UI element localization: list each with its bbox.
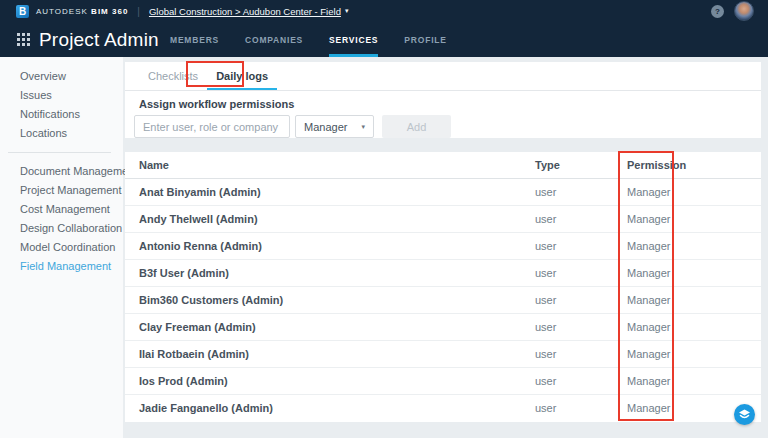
assign-permissions-label: Assign workflow permissions [139,98,761,110]
assign-permissions-row: Manager ▾ Add [134,115,761,138]
member-type: user [535,260,556,287]
member-permission[interactable]: Manager [627,341,670,368]
tab-checklists[interactable]: Checklists [139,62,207,90]
brand-divider: | [137,6,140,17]
table-header-row: Name Type Permission [125,152,761,179]
member-permission[interactable]: Manager [627,233,670,260]
column-header-permission: Permission [627,152,686,179]
table-row[interactable]: Bim360 Customers (Admin) user Manager [125,287,761,314]
table-row[interactable]: Ilai Rotbaein (Admin) user Manager [125,341,761,368]
member-type: user [535,179,556,206]
table-row[interactable]: Andy Thelwell (Admin) user Manager [125,206,761,233]
sidebar-group-services: Document Management Project Management C… [0,162,123,276]
sidebar-item-project-management[interactable]: Project Management [0,181,123,200]
top-bar-right: ? [711,0,754,22]
chevron-down-icon: ▾ [361,123,365,131]
tab-companies[interactable]: COMPANIES [245,22,303,57]
member-name: Jadie Fanganello (Admin) [139,395,273,422]
member-permission[interactable]: Manager [627,287,670,314]
title-wrap: Project Admin [17,22,159,57]
header-bar: Project Admin MEMBERS COMPANIES SERVICES… [0,22,768,57]
permissions-table: Name Type Permission Anat Binyamin (Admi… [125,152,761,422]
sidebar-item-notifications[interactable]: Notifications [0,105,123,124]
member-permission[interactable]: Manager [627,314,670,341]
member-type: user [535,233,556,260]
sidebar-item-issues[interactable]: Issues [0,86,123,105]
content-tabs: Checklists Daily logs [125,62,761,91]
table-row[interactable]: Ios Prod (Admin) user Manager [125,368,761,395]
user-search-input[interactable] [134,115,290,138]
tab-profile[interactable]: PROFILE [404,22,446,57]
table-row[interactable]: Clay Freeman (Admin) user Manager [125,314,761,341]
member-type: user [535,206,556,233]
brand-label: AUTODESK BIM 360 [36,7,128,16]
layers-icon [738,408,751,421]
column-header-name: Name [139,152,169,179]
member-permission[interactable]: Manager [627,368,670,395]
member-name: Ilai Rotbaein (Admin) [139,341,249,368]
top-bar: B AUTODESK BIM 360 | Global Construction… [0,0,768,22]
autodesk-bim360-logo-icon: B [16,5,29,18]
autodesk-label: AUTODESK [36,7,88,16]
member-type: user [535,368,556,395]
project-breadcrumb[interactable]: Global Construction > Audubon Center - F… [149,6,341,17]
role-select-value: Manager [304,121,347,133]
member-name: Anat Binyamin (Admin) [139,179,261,206]
table-row[interactable]: Anat Binyamin (Admin) user Manager [125,179,761,206]
member-type: user [535,341,556,368]
member-name: Ios Prod (Admin) [139,368,228,395]
sidebar-group-project: Overview Issues Notifications Locations [0,57,123,143]
sidebar-divider [8,152,111,153]
member-permission[interactable]: Manager [627,395,670,422]
help-icon[interactable]: ? [711,5,724,18]
header-tabs: MEMBERS COMPANIES SERVICES PROFILE [170,22,447,57]
role-select[interactable]: Manager ▾ [295,115,374,138]
member-name: Bim360 Customers (Admin) [139,287,283,314]
sidebar-item-cost-management[interactable]: Cost Management [0,200,123,219]
sidebar-item-design-collaboration[interactable]: Design Collaboration [0,219,123,238]
tab-members[interactable]: MEMBERS [170,22,219,57]
table-row[interactable]: Antonio Renna (Admin) user Manager [125,233,761,260]
tab-services[interactable]: SERVICES [329,22,378,57]
sidebar-item-overview[interactable]: Overview [0,67,123,86]
apps-grid-icon[interactable] [17,33,30,46]
member-type: user [535,395,556,422]
member-name: Andy Thelwell (Admin) [139,206,258,233]
sidebar: Overview Issues Notifications Locations … [0,57,123,438]
whats-new-button[interactable] [734,404,755,425]
add-button[interactable]: Add [382,115,451,138]
member-name: Antonio Renna (Admin) [139,233,262,260]
chevron-down-icon[interactable]: ▾ [345,7,349,15]
page-title: Project Admin [39,29,159,51]
member-name: B3f User (Admin) [139,260,229,287]
sidebar-item-locations[interactable]: Locations [0,124,123,143]
bim360-project-admin-app: B AUTODESK BIM 360 | Global Construction… [0,0,768,438]
member-permission[interactable]: Manager [627,179,670,206]
member-permission[interactable]: Manager [627,260,670,287]
member-permission[interactable]: Manager [627,206,670,233]
workflow-permissions-card: Checklists Daily logs Assign workflow pe… [125,62,761,138]
sidebar-item-model-coordination[interactable]: Model Coordination [0,238,123,257]
sidebar-item-field-management[interactable]: Field Management [0,257,123,276]
column-header-type: Type [535,152,560,179]
table-row[interactable]: B3f User (Admin) user Manager [125,260,761,287]
sidebar-item-document-management[interactable]: Document Management [0,162,123,181]
member-name: Clay Freeman (Admin) [139,314,256,341]
product-label: BIM 360 [91,7,128,16]
avatar[interactable] [734,1,754,21]
member-type: user [535,287,556,314]
tab-daily-logs[interactable]: Daily logs [207,62,277,90]
member-type: user [535,314,556,341]
table-row[interactable]: Jadie Fanganello (Admin) user Manager [125,395,761,422]
